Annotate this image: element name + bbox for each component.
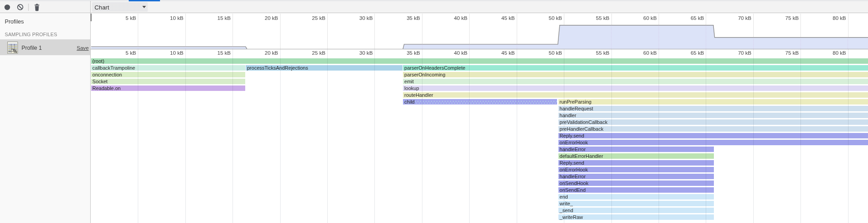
svg-text:%: % (13, 49, 17, 54)
